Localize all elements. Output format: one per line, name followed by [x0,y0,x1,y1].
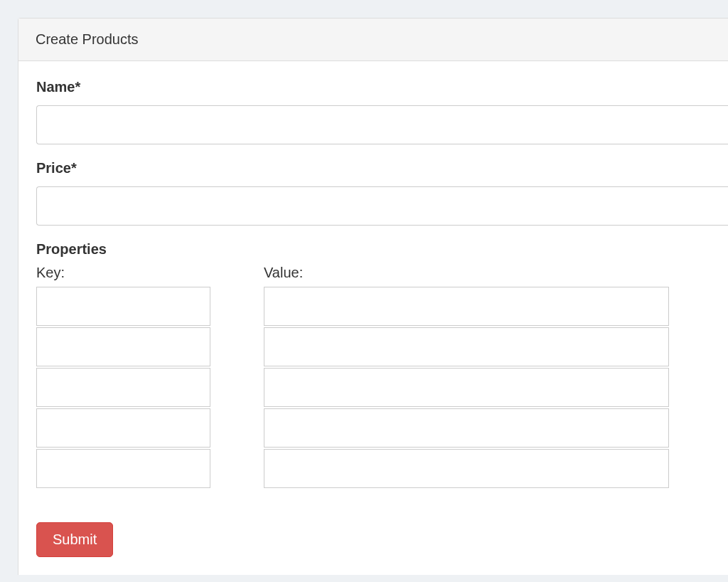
panel-title: Create Products [36,31,711,48]
value-input-0[interactable] [264,287,669,326]
key-column-label: Key: [36,265,210,281]
key-input-0[interactable] [36,287,210,326]
name-input[interactable] [36,105,728,144]
create-products-panel: Create Products Name* Price* Properties … [18,18,728,575]
key-input-4[interactable] [36,449,210,488]
form-group-properties: Properties Key: Value: [36,241,728,488]
panel-header: Create Products [18,18,728,61]
value-column-label: Value: [264,265,669,281]
value-input-2[interactable] [264,368,669,407]
price-input[interactable] [36,186,728,226]
value-input-4[interactable] [264,449,669,488]
value-input-1[interactable] [264,327,669,366]
key-input-2[interactable] [36,368,210,407]
properties-columns: Key: Value: [36,265,728,488]
value-column: Value: [264,265,669,488]
name-label: Name* [36,79,728,95]
panel-body: Name* Price* Properties Key: [18,61,728,575]
form-group-name: Name* [36,79,728,144]
properties-label: Properties [36,241,728,258]
key-column: Key: [36,265,210,488]
value-input-3[interactable] [264,408,669,448]
submit-button[interactable]: Submit [36,522,113,557]
form-group-price: Price* [36,160,728,226]
key-input-1[interactable] [36,327,210,366]
page-wrapper: Create Products Name* Price* Properties … [0,0,728,575]
price-label: Price* [36,160,728,176]
key-input-3[interactable] [36,408,210,448]
